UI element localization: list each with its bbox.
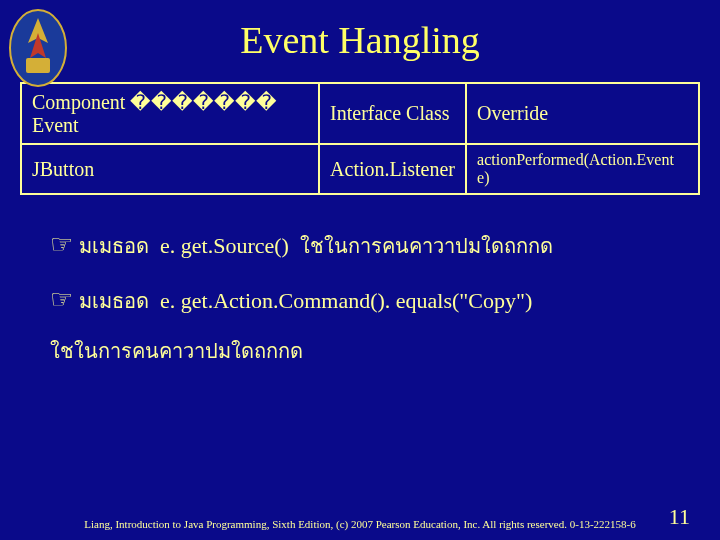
- bullet-prefix: มเมธอด: [79, 235, 149, 257]
- bullet-list: ☞มเมธอด e. get.Source() ใชในการคนคาวาปมใ…: [0, 215, 720, 319]
- bullet-prefix: มเมธอด: [79, 290, 149, 312]
- cell-jbutton: JButton: [21, 144, 319, 194]
- pointing-hand-icon: ☞: [50, 285, 73, 314]
- table-row: Component ������� Event Interface Class …: [21, 83, 699, 144]
- university-logo: [8, 8, 68, 88]
- cell-interface-class: Interface Class: [319, 83, 466, 144]
- footer-citation: Liang, Introduction to Java Programming,…: [0, 518, 720, 530]
- bullet-item: ☞มเมธอด e. get.Source() ใชในการคนคาวาปมใ…: [50, 225, 680, 264]
- cell-override: Override: [466, 83, 699, 144]
- cell-component-event: Component ������� Event: [21, 83, 319, 144]
- bullet-suffix: ใชในการคนคาวาปมใดถกกด: [300, 235, 553, 257]
- bullet-continuation: ใชในการคนคาวาปมใดถกกด: [0, 335, 720, 367]
- bullet-code: e. get.Source(): [160, 233, 289, 258]
- event-table: Component ������� Event Interface Class …: [20, 82, 700, 195]
- bullet-code: e. get.Action.Command(). equals("Copy"): [160, 288, 532, 313]
- table-row: JButton Action.Listener actionPerformed(…: [21, 144, 699, 194]
- pointing-hand-icon: ☞: [50, 230, 73, 259]
- svg-rect-1: [26, 58, 50, 73]
- cell-actionlistener: Action.Listener: [319, 144, 466, 194]
- slide-title: Event Hangling: [0, 0, 720, 82]
- page-number: 11: [669, 504, 690, 530]
- cell-actionperformed: actionPerformed(Action.Event e): [466, 144, 699, 194]
- bullet-item: ☞มเมธอด e. get.Action.Command(). equals(…: [50, 280, 680, 319]
